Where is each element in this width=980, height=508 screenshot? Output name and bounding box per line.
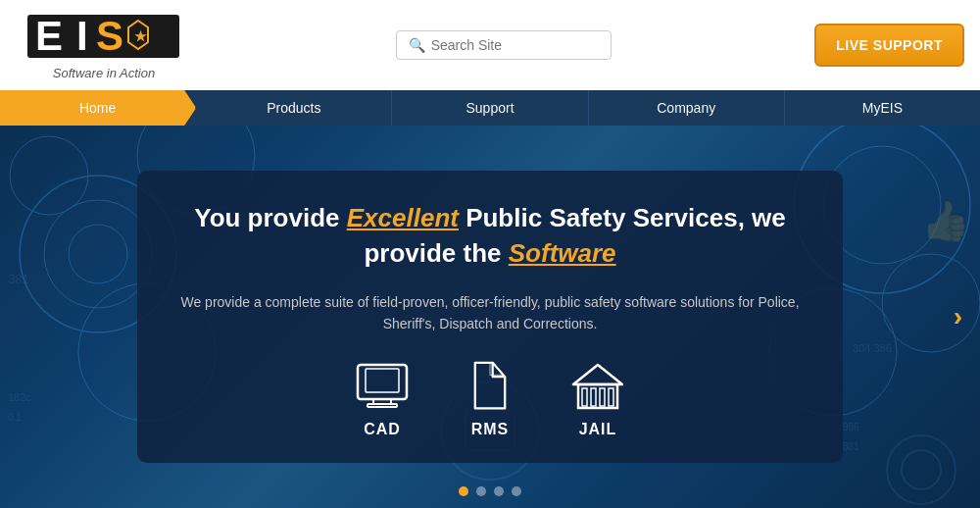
- headline-before: You provide: [194, 203, 347, 232]
- rms-label: RMS: [471, 421, 510, 438]
- svg-rect-35: [609, 388, 613, 406]
- nav-item-myeis[interactable]: MyEIS: [785, 90, 980, 126]
- nav-item-company[interactable]: Company: [589, 90, 785, 126]
- nav-item-home[interactable]: Home: [0, 90, 196, 126]
- header: E I S ★ Software in Action 🔍 LIVE SUPPOR…: [0, 0, 980, 90]
- logo-area: E I S ★ Software in Action: [16, 10, 192, 80]
- svg-marker-36: [573, 365, 622, 384]
- dot-4[interactable]: [512, 486, 521, 496]
- search-area: 🔍: [212, 30, 795, 60]
- svg-text:I: I: [76, 13, 88, 59]
- svg-text:★: ★: [134, 28, 147, 44]
- nav-label-company: Company: [657, 100, 715, 116]
- nav-label-home: Home: [79, 100, 116, 116]
- cad-icon-item[interactable]: CAD: [353, 359, 412, 438]
- product-icons-row: CAD RMS: [176, 359, 804, 438]
- headline-highlight1: Excellent: [347, 203, 459, 232]
- search-box[interactable]: 🔍: [396, 30, 612, 60]
- headline: You provide Excellent Public Safety Serv…: [176, 200, 804, 272]
- hero-content: You provide Excellent Public Safety Serv…: [0, 126, 980, 508]
- cad-label: CAD: [364, 421, 401, 438]
- jail-label: JAIL: [579, 421, 617, 438]
- headline-highlight2: Software: [509, 238, 616, 268]
- svg-rect-32: [582, 388, 587, 406]
- svg-text:S: S: [96, 13, 123, 59]
- nav-bar: Home Products Support Company MyEIS: [0, 90, 980, 126]
- logo: E I S ★: [25, 10, 182, 64]
- next-slide-arrow[interactable]: ›: [954, 301, 962, 332]
- nav-label-myeis: MyEIS: [862, 100, 903, 116]
- rms-icon: [461, 359, 519, 413]
- nav-item-support[interactable]: Support: [392, 90, 588, 126]
- live-support-button[interactable]: LIVE SUPPORT: [814, 24, 964, 67]
- search-icon: 🔍: [409, 37, 425, 53]
- svg-rect-34: [600, 388, 605, 406]
- hero-section: You provide Excellent Public Safety Serv…: [0, 126, 980, 508]
- pagination-dots: [459, 486, 521, 496]
- dot-1[interactable]: [459, 486, 468, 496]
- search-input[interactable]: [431, 37, 588, 53]
- nav-label-support: Support: [466, 100, 514, 116]
- rms-icon-item[interactable]: RMS: [461, 359, 519, 438]
- svg-rect-30: [368, 404, 397, 407]
- dot-3[interactable]: [494, 486, 504, 496]
- cad-icon: [353, 359, 412, 413]
- nav-label-products: Products: [267, 100, 320, 116]
- content-card: You provide Excellent Public Safety Serv…: [137, 171, 843, 464]
- dot-2[interactable]: [476, 486, 486, 496]
- logo-tagline: Software in Action: [53, 66, 155, 80]
- svg-rect-33: [591, 388, 596, 406]
- nav-item-products[interactable]: Products: [196, 90, 392, 126]
- hero-subtext: We provide a complete suite of field-pro…: [176, 291, 804, 335]
- page-wrapper: 👍 304.386 381 182c 0.1 986 881 E I: [0, 0, 980, 508]
- svg-text:E: E: [35, 13, 63, 59]
- svg-rect-28: [366, 369, 399, 392]
- jail-icon-item[interactable]: JAIL: [568, 359, 627, 438]
- jail-icon: [568, 359, 627, 413]
